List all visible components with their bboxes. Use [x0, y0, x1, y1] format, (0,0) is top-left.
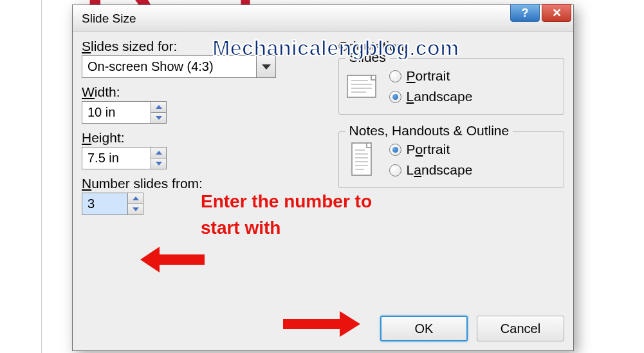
slides-portrait-radio[interactable]: Portrait	[389, 68, 473, 84]
chevron-up-icon	[156, 105, 162, 109]
svg-marker-0	[262, 64, 271, 70]
slides-sized-for-value: On-screen Show (4:3)	[82, 56, 256, 77]
help-icon: ?	[522, 7, 529, 19]
chevron-up-icon	[133, 196, 139, 200]
help-button[interactable]: ?	[510, 4, 540, 22]
svg-marker-3	[156, 151, 162, 155]
ok-button[interactable]: OK	[380, 316, 468, 341]
radio-icon	[389, 144, 401, 156]
radio-icon	[389, 70, 401, 82]
slides-landscape-label: Landscape	[407, 89, 473, 104]
slides-legend: Slides	[345, 50, 390, 65]
width-value[interactable]: 10 in	[82, 102, 151, 123]
radio-icon	[389, 164, 401, 176]
title-bar: Slide Size ? ✕	[73, 5, 573, 32]
width-spinner[interactable]: 10 in	[82, 101, 167, 124]
portrait-page-icon	[347, 141, 376, 178]
close-icon: ✕	[552, 7, 562, 19]
number-from-spinner-down[interactable]	[128, 204, 143, 215]
svg-marker-5	[133, 196, 139, 200]
slides-landscape-radio[interactable]: Landscape	[389, 89, 473, 104]
height-spinner-up[interactable]	[151, 148, 166, 158]
combo-dropdown-button[interactable]	[256, 56, 275, 77]
notes-portrait-radio[interactable]: Portrait	[389, 142, 473, 157]
svg-marker-1	[156, 105, 162, 109]
slide-size-dialog: Slide Size ? ✕ SSlides sized for:lides s…	[72, 5, 574, 351]
number-from-spinner[interactable]: 3	[82, 193, 143, 215]
notes-portrait-label: Portrait	[407, 142, 450, 157]
chevron-down-icon	[133, 207, 139, 211]
notes-legend: Notes, Handouts & Outline	[345, 123, 513, 138]
height-label: Height:	[82, 130, 331, 146]
height-spinner-down[interactable]	[151, 158, 166, 169]
close-button[interactable]: ✕	[542, 4, 571, 22]
svg-marker-2	[156, 116, 162, 120]
slides-sized-for-combo[interactable]: On-screen Show (4:3)	[82, 55, 276, 78]
chevron-down-icon	[156, 116, 162, 120]
slides-orientation-group: Slides Portr	[338, 58, 564, 115]
number-from-value[interactable]: 3	[82, 193, 127, 215]
width-spinner-up[interactable]	[151, 102, 166, 113]
notes-orientation-group: Notes, Handouts & Outline	[338, 131, 564, 188]
width-spinner-down[interactable]	[151, 113, 166, 123]
cancel-button[interactable]: Cancel	[477, 316, 564, 341]
notes-landscape-label: Landscape	[407, 162, 473, 178]
svg-marker-6	[133, 207, 139, 211]
notes-landscape-radio[interactable]: Landscape	[389, 162, 473, 178]
width-label: Width:	[82, 84, 331, 100]
height-spinner[interactable]: 7.5 in	[82, 147, 167, 169]
svg-marker-4	[156, 162, 162, 166]
dialog-title: Slide Size	[82, 12, 136, 26]
radio-icon	[389, 91, 401, 103]
chevron-up-icon	[156, 151, 162, 155]
slides-sized-for-label: SSlides sized for:lides sized for:	[82, 39, 331, 54]
chevron-down-icon	[156, 162, 162, 166]
chevron-down-icon	[262, 64, 271, 70]
height-value[interactable]: 7.5 in	[82, 148, 151, 169]
number-from-label: Number slides from:	[82, 176, 331, 191]
slides-portrait-label: Portrait	[407, 68, 450, 84]
number-from-spinner-up[interactable]	[128, 193, 143, 204]
landscape-page-icon	[347, 68, 376, 105]
